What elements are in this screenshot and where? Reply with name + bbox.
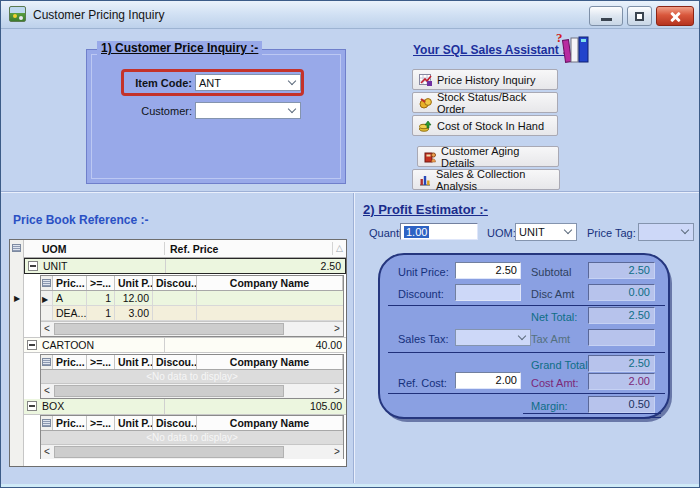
- price-tag-dropdown[interactable]: [638, 223, 694, 241]
- table-row[interactable]: DEA... 1 3.00: [41, 306, 343, 321]
- item-code-highlight-border: [121, 69, 304, 96]
- unit-price-column-header[interactable]: Unit P...: [115, 355, 153, 369]
- price-tag-column-header[interactable]: Pric...: [53, 416, 87, 430]
- minimize-button[interactable]: [589, 6, 623, 26]
- company-name-column-header[interactable]: Company Name: [197, 355, 343, 369]
- app-icon: [9, 6, 26, 22]
- disc-amt-field: 0.00: [588, 284, 655, 301]
- group-row-cartoon[interactable]: CARTOON 40.00: [24, 337, 346, 353]
- horizontal-scrollbar[interactable]: < >: [41, 321, 343, 336]
- ref-price-column-header[interactable]: Ref. Price: [170, 243, 218, 255]
- unit-price-column-header[interactable]: Unit P...: [115, 276, 153, 290]
- cell-discount: [153, 306, 197, 320]
- stock-status-button[interactable]: Stock Status/Back Order: [412, 92, 558, 113]
- sales-tax-dropdown[interactable]: [455, 329, 531, 346]
- customer-aging-button[interactable]: Customer Aging Details: [417, 146, 559, 167]
- chevron-down-icon: [518, 331, 526, 339]
- uom-value: UNIT: [519, 226, 545, 238]
- minimize-icon: [601, 18, 612, 21]
- collapse-icon[interactable]: [27, 340, 37, 350]
- horizontal-scrollbar[interactable]: < >: [41, 383, 343, 398]
- collapse-icon[interactable]: [28, 261, 38, 271]
- sort-ascending-icon[interactable]: △: [336, 243, 343, 253]
- qty-column-header[interactable]: >=...: [87, 276, 115, 290]
- uom-dropdown[interactable]: UNIT: [515, 223, 577, 241]
- price-tag-column-header[interactable]: Pric...: [53, 276, 87, 290]
- grid-properties-icon[interactable]: [42, 358, 51, 366]
- unit-price-input[interactable]: 2.50: [455, 262, 521, 279]
- cell-unit-price: 12.00: [115, 291, 153, 305]
- subgrid-header-row: Pric... >=... Unit P... Discou... Compan…: [41, 355, 343, 370]
- collapse-icon[interactable]: [27, 401, 37, 411]
- price-history-inquiry-label: Price History Inquiry: [437, 74, 535, 86]
- group-uom-value: UNIT: [43, 260, 68, 272]
- profit-estimator-panel: Unit Price: 2.50 Subtotal 2.50 Discount:…: [378, 253, 670, 419]
- company-name-column-header[interactable]: Company Name: [197, 416, 343, 430]
- scroll-left-icon[interactable]: <: [41, 445, 53, 459]
- scroll-left-icon[interactable]: <: [41, 322, 53, 336]
- horizontal-scrollbar[interactable]: < >: [41, 444, 343, 459]
- svg-text:?: ?: [556, 30, 563, 45]
- group-row-unit[interactable]: UNIT 2.50: [24, 258, 346, 274]
- price-history-inquiry-button[interactable]: Price History Inquiry: [412, 69, 558, 90]
- customer-pricing-inquiry-window: Customer Pricing Inquiry 1) Customer Pri…: [0, 0, 700, 488]
- price-tag-column-header[interactable]: Pric...: [53, 355, 87, 369]
- sales-tax-label: Sales Tax:: [398, 333, 449, 345]
- net-total-label: Net Total:: [531, 311, 577, 323]
- qty-column-header[interactable]: >=...: [87, 355, 115, 369]
- quantity-value: 1.00: [404, 226, 429, 238]
- close-button[interactable]: [656, 6, 694, 26]
- subgrid-header-row: Pric... >=... Unit P... Discou... Compan…: [41, 416, 343, 431]
- sales-collection-button[interactable]: Sales & Collection Analysis: [412, 169, 560, 190]
- cost-amt-field: 2.00: [588, 373, 655, 390]
- discount-column-header[interactable]: Discou...: [153, 276, 197, 290]
- scrollbar-thumb[interactable]: [54, 446, 284, 458]
- scroll-right-icon[interactable]: >: [331, 322, 343, 336]
- price-history-icon: [419, 74, 432, 86]
- discount-input[interactable]: [455, 284, 521, 301]
- title-bar: Customer Pricing Inquiry: [1, 1, 699, 29]
- grand-total-label: Grand Total:: [531, 359, 591, 371]
- margin-label: Margin:: [531, 400, 568, 412]
- ref-cost-input[interactable]: 2.00: [455, 372, 521, 389]
- box-subgrid: Pric... >=... Unit P... Discou... Compan…: [40, 415, 344, 460]
- cell-price-tag: A: [53, 291, 87, 305]
- scroll-left-icon[interactable]: <: [41, 384, 53, 398]
- grid-properties-icon[interactable]: [42, 279, 51, 287]
- current-row-marker-icon: ▶: [14, 295, 20, 303]
- cell-qty: 1: [87, 291, 115, 305]
- current-row-marker-icon: ▶: [42, 295, 48, 304]
- company-name-column-header[interactable]: Company Name: [197, 276, 343, 290]
- disc-amt-label: Disc Amt: [531, 288, 574, 300]
- chevron-down-icon: [681, 226, 689, 234]
- table-row[interactable]: ▶ A 1 12.00: [41, 291, 343, 306]
- cost-of-stock-button[interactable]: Cost of Stock In Hand: [412, 115, 558, 136]
- window-title: Customer Pricing Inquiry: [33, 8, 164, 22]
- scrollbar-thumb[interactable]: [54, 385, 284, 397]
- sales-analysis-icon: [419, 174, 431, 186]
- sales-assistant-title: Your SQL Sales Assistant :-: [413, 43, 570, 57]
- unit-subgrid: Pric... >=... Unit P... Discou... Compan…: [40, 275, 344, 337]
- cell-unit-price: 3.00: [115, 306, 153, 320]
- customer-dropdown[interactable]: [195, 102, 301, 119]
- uom-column-header[interactable]: UOM: [42, 243, 67, 255]
- no-data-message: <No data to display>: [41, 431, 343, 444]
- uom-label: UOM:: [487, 227, 516, 239]
- discount-column-header[interactable]: Discou...: [153, 355, 197, 369]
- margin-field: 0.50: [588, 396, 655, 413]
- qty-column-header[interactable]: >=...: [87, 416, 115, 430]
- discount-column-header[interactable]: Discou...: [153, 416, 197, 430]
- cell-price-tag: DEA...: [53, 306, 87, 320]
- grid-properties-icon[interactable]: [12, 244, 21, 252]
- scroll-right-icon[interactable]: >: [331, 445, 343, 459]
- grid-properties-icon[interactable]: [42, 419, 51, 427]
- group-row-box[interactable]: BOX 105.00: [24, 399, 346, 415]
- grid-header-row: UOM Ref. Price △: [24, 240, 346, 258]
- scroll-right-icon[interactable]: >: [331, 384, 343, 398]
- maximize-button[interactable]: [627, 6, 652, 26]
- group-ref-price-value: 105.00: [310, 400, 342, 412]
- chevron-down-icon: [288, 104, 296, 112]
- quantity-input[interactable]: 1.00: [400, 223, 478, 240]
- unit-price-column-header[interactable]: Unit P...: [115, 416, 153, 430]
- scrollbar-thumb[interactable]: [54, 323, 284, 335]
